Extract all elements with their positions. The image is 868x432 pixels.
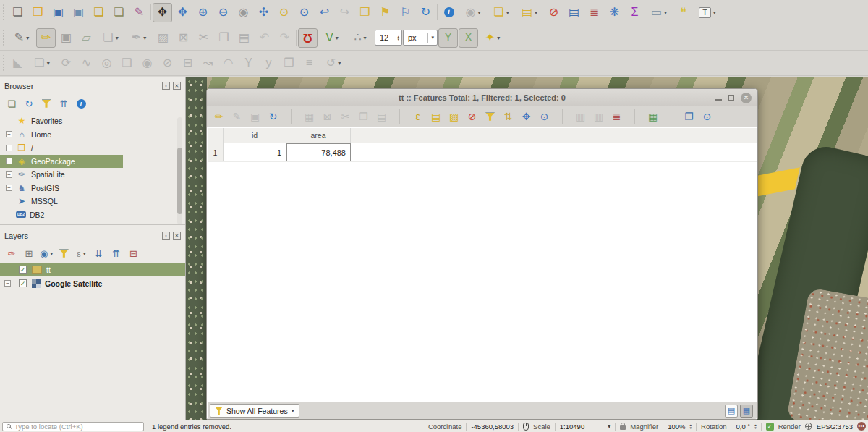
minimize-button[interactable]	[715, 99, 722, 101]
map-canvas[interactable]: tt :: Features Total: 1, Filtered: 1, Se…	[186, 77, 868, 420]
attr-filter-select-button[interactable]	[482, 109, 498, 125]
filter-expression-button[interactable]: ε	[74, 246, 88, 261]
snapping-mode-button[interactable]: V	[318, 28, 346, 48]
maximize-button[interactable]	[728, 95, 734, 101]
move-feature-copy-button[interactable]: ❏	[28, 54, 56, 73]
attr-move-selection-top-button[interactable]: ⇅	[500, 109, 516, 125]
messages-button[interactable]: •••	[857, 422, 866, 431]
current-edits-button[interactable]: ✎	[8, 28, 35, 48]
vertex-tool-button[interactable]: ✒	[125, 28, 153, 48]
close-button[interactable]: ✕	[741, 93, 752, 103]
lock-icon[interactable]	[620, 425, 626, 430]
copy-features-button[interactable]: ❐	[214, 28, 234, 48]
browser-item-home[interactable]: ⌂ Home	[0, 128, 185, 142]
attr-cut-button[interactable]: ✂	[337, 109, 354, 125]
project-save-button[interactable]: ▣	[48, 3, 68, 22]
browser-item-db2[interactable]: DB2 DB2	[0, 208, 185, 222]
separator[interactable]	[295, 30, 297, 46]
attr-deselect-all-button[interactable]: ⊘	[464, 109, 480, 125]
offset-curve-button[interactable]: ◠	[218, 54, 238, 73]
select-features-button[interactable]: ❏	[488, 3, 515, 22]
expander-icon[interactable]	[6, 185, 12, 191]
fill-ring-button[interactable]: ◉	[137, 54, 157, 73]
add-ring-button[interactable]: ◎	[97, 54, 116, 73]
add-part-button[interactable]: ❑	[117, 54, 137, 73]
expander-icon[interactable]	[6, 171, 12, 178]
toolbar-grip[interactable]	[3, 30, 7, 46]
browser-scrollbar-thumb[interactable]	[177, 148, 182, 214]
cad-tools-button[interactable]: ◣	[8, 54, 27, 73]
layer-checkbox[interactable]	[19, 266, 27, 274]
project-open-button[interactable]: ❒	[28, 3, 48, 22]
snapping-units-combobox[interactable]: px	[403, 30, 438, 46]
modify-attributes-button[interactable]: ▨	[153, 28, 173, 48]
browser-refresh-button[interactable]: ↻	[22, 96, 36, 111]
browser-close-button[interactable]: ✕	[173, 82, 181, 90]
column-header-area[interactable]: area	[286, 128, 351, 143]
attr-invert-selection-button[interactable]: ▨	[446, 109, 462, 125]
delete-part-button[interactable]: ⊟	[178, 54, 197, 73]
attr-add-feature-button[interactable]: ▦	[301, 109, 318, 125]
browser-scrollbar[interactable]	[177, 117, 182, 224]
attr-new-field-button[interactable]: ▥	[572, 109, 589, 125]
cut-features-button[interactable]: ✂	[194, 28, 213, 48]
attr-select-by-expression-button[interactable]: ε	[409, 109, 426, 125]
attr-reload-button[interactable]: ↻	[265, 109, 281, 125]
save-layer-edits-button[interactable]: ▣	[56, 28, 76, 48]
measure-button[interactable]: ▭	[645, 3, 673, 22]
zoom-full-button[interactable]: ✣	[254, 3, 273, 22]
layer-styling-button[interactable]: ✑	[4, 246, 19, 261]
browser-filter-button[interactable]	[39, 96, 54, 111]
rotation-value[interactable]: 0,0 °	[736, 423, 750, 431]
zoom-native-button[interactable]: ◉	[234, 3, 253, 22]
style-manager-button[interactable]: ✎	[129, 3, 149, 22]
toolbar-grip[interactable]	[3, 4, 7, 20]
map-tips-button[interactable]: ❝	[673, 3, 693, 22]
layer-checkbox[interactable]	[19, 279, 27, 287]
render-checkbox[interactable]	[766, 423, 774, 431]
attr-delete-field-button[interactable]: ▥	[590, 109, 607, 125]
show-bookmarks-button[interactable]: ⚐	[396, 3, 415, 22]
topological-editing-button[interactable]: ∴	[346, 28, 374, 48]
cell-id[interactable]: 1	[224, 143, 286, 161]
zoom-next-button[interactable]: ↪	[335, 3, 354, 22]
collapse-all-button[interactable]: ⇈	[109, 246, 123, 261]
separator[interactable]	[391, 109, 408, 125]
attr-dock-table-button[interactable]: ❐	[681, 109, 697, 125]
form-view-button[interactable]: ▤	[725, 405, 738, 418]
simplify-feature-button[interactable]: ∿	[77, 54, 96, 73]
magnifier-spinner[interactable]	[690, 423, 692, 430]
attr-conditional-formatting-button[interactable]: ▦	[644, 109, 661, 125]
undo-button[interactable]: ↶	[255, 28, 274, 48]
refresh-map-button[interactable]: ↻	[416, 3, 435, 22]
tracing-button[interactable]: ✦	[479, 28, 506, 48]
zoom-in-button[interactable]: ⊕	[193, 3, 213, 22]
browser-item-postgis[interactable]: ♞ PostGIS	[0, 182, 185, 195]
dialog-titlebar[interactable]: tt :: Features Total: 1, Filtered: 1, Se…	[207, 89, 757, 106]
expander-icon[interactable]	[4, 280, 11, 287]
rotation-spinner[interactable]	[754, 423, 757, 430]
crs-globe-icon[interactable]	[805, 423, 812, 430]
expander-icon[interactable]	[6, 158, 12, 164]
project-save-as-button[interactable]: ▣	[69, 3, 88, 22]
layer-item-tt[interactable]: tt	[0, 263, 185, 276]
delete-ring-button[interactable]: ⊘	[158, 54, 177, 73]
statistics-button[interactable]: Σ	[625, 3, 644, 22]
open-attribute-table-button[interactable]: ▤	[564, 3, 584, 22]
filter-legend-button[interactable]	[56, 246, 71, 261]
rotate-point-symbols-button[interactable]: ↺	[320, 54, 347, 73]
browser-item-geopackage[interactable]: ◈ GeoPackage	[0, 155, 123, 169]
browser-item-favorites[interactable]: ★ Favorites	[0, 114, 185, 128]
add-group-button[interactable]: ⊞	[22, 246, 36, 261]
avoid-overlap-button[interactable]: X	[459, 28, 478, 48]
deselect-all-button[interactable]: ⊘	[544, 3, 563, 22]
merge-attributes-button[interactable]: ≡	[299, 54, 319, 73]
identify-features-button[interactable]: i	[439, 3, 459, 22]
layers-float-button[interactable]: ▫	[162, 232, 170, 240]
split-features-button[interactable]: Y	[239, 54, 258, 73]
snapping-tolerance-spinbox[interactable]: 12	[375, 30, 402, 46]
attr-actions-button[interactable]: ⊙	[699, 109, 715, 125]
select-by-value-button[interactable]: ▤	[516, 3, 543, 22]
new-map-view-button[interactable]: ❐	[355, 3, 375, 22]
expander-icon[interactable]	[6, 131, 12, 137]
